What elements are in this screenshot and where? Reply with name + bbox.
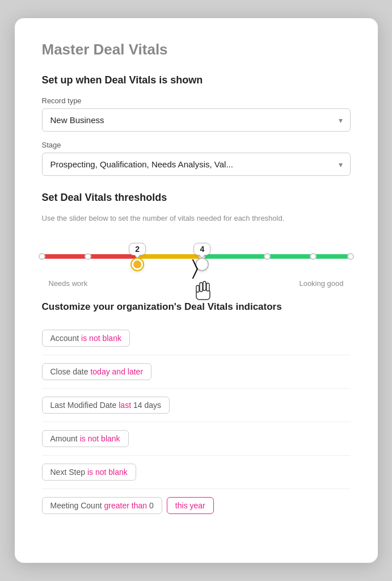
thumb-1-bubble: 2 bbox=[129, 243, 146, 255]
slider-label-left: Needs work bbox=[49, 279, 88, 288]
slider-thumb-1[interactable]: 2 bbox=[129, 243, 146, 270]
indicator-row-next-step: Next Step is not blank bbox=[42, 456, 351, 489]
indicator-chip-account[interactable]: Account is not blank bbox=[42, 330, 130, 347]
stage-select[interactable]: Prospecting, Qualification, Needs Analys… bbox=[42, 153, 351, 176]
track-dot-3 bbox=[264, 253, 271, 260]
indicators-section: Customize your organization's Deal Vital… bbox=[42, 301, 351, 522]
threshold-slider[interactable]: 2 4 〉 bbox=[42, 239, 351, 273]
indicator-chip-next-step[interactable]: Next Step is not blank bbox=[42, 464, 136, 481]
track-green-segment bbox=[202, 254, 350, 259]
slider-labels: Needs work Looking good bbox=[42, 279, 351, 288]
indicators-title: Customize your organization's Deal Vital… bbox=[42, 301, 351, 313]
indicator-chip-last-modified[interactable]: Last Modified Date last 14 days bbox=[42, 397, 170, 414]
thumb-2-bubble: 4 bbox=[193, 243, 210, 255]
stage-label: Stage bbox=[42, 141, 351, 149]
indicator-highlight-account: is not blank bbox=[81, 334, 121, 343]
indicator-prefix-meeting-count: Meeting Count bbox=[50, 501, 102, 510]
indicator-prefix-last-modified: Last Modified Date bbox=[50, 401, 117, 410]
indicator-suffix-last-modified: 14 days bbox=[133, 401, 161, 410]
indicator-prefix-account: Account bbox=[50, 334, 79, 343]
threshold-section-title: Set Deal Vitals thresholds bbox=[42, 192, 351, 204]
indicator-highlight-close-date: today and later bbox=[90, 367, 143, 376]
thumb-1-circle[interactable] bbox=[132, 259, 143, 270]
indicator-chip-close-date[interactable]: Close date today and later bbox=[42, 363, 152, 380]
record-type-select[interactable]: New Business bbox=[42, 108, 351, 132]
track-dot-4 bbox=[310, 253, 317, 260]
svg-rect-0 bbox=[196, 289, 210, 300]
indicator-row-last-modified: Last Modified Date last 14 days bbox=[42, 389, 351, 422]
slider-label-right: Looking good bbox=[299, 279, 343, 288]
indicator-suffix-meeting-count: 0 bbox=[149, 501, 154, 510]
page-title: Master Deal Vitals bbox=[42, 41, 351, 58]
track-yellow-segment bbox=[137, 254, 202, 259]
slider-thumb-2[interactable]: 4 bbox=[193, 243, 210, 270]
stage-select-wrapper: Prospecting, Qualification, Needs Analys… bbox=[42, 153, 351, 176]
indicator-highlight-last-modified: last bbox=[119, 401, 131, 410]
indicator-highlight-meeting-count: greater than bbox=[104, 501, 147, 510]
indicator-row-close-date: Close date today and later bbox=[42, 355, 351, 389]
track-dot-end bbox=[347, 253, 354, 260]
indicator-highlight-amount: is not blank bbox=[80, 434, 120, 443]
indicator-row-meeting-count: Meeting Count greater than 0this year bbox=[42, 489, 351, 522]
indicator-extra-chip-meeting-count[interactable]: this year bbox=[167, 497, 214, 514]
indicator-chip-amount[interactable]: Amount is not blank bbox=[42, 430, 129, 447]
main-card: Master Deal Vitals Set up when Deal Vita… bbox=[15, 18, 378, 563]
indicator-prefix-amount: Amount bbox=[50, 434, 78, 443]
record-type-label: Record type bbox=[42, 96, 351, 105]
indicator-chip-meeting-count[interactable]: Meeting Count greater than 0 bbox=[42, 497, 162, 514]
setup-section-title: Set up when Deal Vitals is shown bbox=[42, 74, 351, 86]
section-divider-1: Set Deal Vitals thresholds Use the slide… bbox=[42, 192, 351, 288]
indicators-list: Account is not blankClose date today and… bbox=[42, 322, 351, 522]
indicator-prefix-close-date: Close date bbox=[50, 367, 88, 376]
track-dot-start bbox=[39, 253, 45, 260]
record-type-select-wrapper: New Business ▾ bbox=[42, 108, 351, 132]
indicator-row-amount: Amount is not blank bbox=[42, 422, 351, 456]
threshold-description: Use the slider below to set the number o… bbox=[42, 214, 351, 222]
thumb-2-circle[interactable] bbox=[196, 259, 208, 270]
indicator-prefix-next-step: Next Step bbox=[50, 468, 85, 477]
indicator-highlight-next-step: is not blank bbox=[87, 468, 128, 477]
track-dot-1 bbox=[85, 253, 91, 260]
indicator-row-account: Account is not blank bbox=[42, 322, 351, 355]
